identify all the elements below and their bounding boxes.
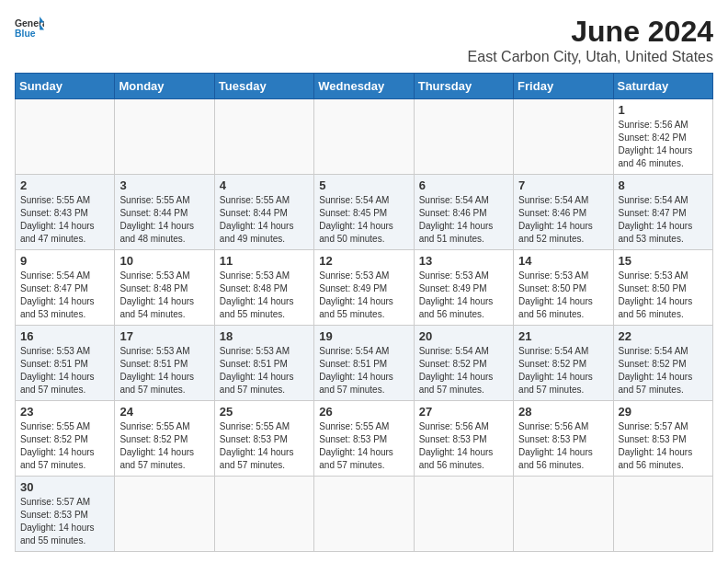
calendar-day-cell (214, 99, 313, 175)
day-number: 21 (518, 329, 608, 343)
calendar-day-cell: 13Sunrise: 5:53 AM Sunset: 8:49 PM Dayli… (414, 250, 513, 326)
day-info: Sunrise: 5:54 AM Sunset: 8:52 PM Dayligh… (419, 345, 508, 396)
day-number: 3 (119, 178, 209, 192)
day-number: 6 (419, 178, 508, 192)
day-info: Sunrise: 5:53 AM Sunset: 8:51 PM Dayligh… (220, 345, 309, 396)
day-number: 24 (119, 405, 209, 419)
day-info: Sunrise: 5:54 AM Sunset: 8:47 PM Dayligh… (619, 194, 708, 246)
day-number: 4 (220, 178, 309, 192)
day-number: 8 (619, 178, 708, 192)
day-info: Sunrise: 5:56 AM Sunset: 8:42 PM Dayligh… (619, 119, 708, 170)
calendar-day-cell: 9Sunrise: 5:54 AM Sunset: 8:47 PM Daylig… (16, 250, 115, 326)
calendar-day-cell: 30Sunrise: 5:57 AM Sunset: 8:53 PM Dayli… (16, 477, 115, 552)
day-info: Sunrise: 5:54 AM Sunset: 8:51 PM Dayligh… (319, 345, 408, 396)
calendar-week-row: 2Sunrise: 5:55 AM Sunset: 8:43 PM Daylig… (16, 175, 713, 250)
day-number: 18 (220, 329, 309, 343)
weekday-header-sunday: Sunday (16, 74, 115, 99)
day-info: Sunrise: 5:54 AM Sunset: 8:46 PM Dayligh… (518, 194, 608, 246)
calendar-day-cell: 11Sunrise: 5:53 AM Sunset: 8:48 PM Dayli… (214, 250, 313, 326)
day-info: Sunrise: 5:54 AM Sunset: 8:52 PM Dayligh… (518, 345, 608, 396)
day-number: 22 (619, 329, 708, 343)
day-number: 28 (518, 405, 608, 419)
calendar-day-cell: 27Sunrise: 5:56 AM Sunset: 8:53 PM Dayli… (414, 401, 513, 477)
calendar-day-cell: 10Sunrise: 5:53 AM Sunset: 8:48 PM Dayli… (115, 250, 214, 326)
calendar-day-cell: 19Sunrise: 5:54 AM Sunset: 8:51 PM Dayli… (314, 326, 414, 401)
day-number: 16 (20, 329, 109, 343)
logo: General Blue (15, 15, 44, 40)
calendar-day-cell (514, 99, 613, 175)
day-info: Sunrise: 5:57 AM Sunset: 8:53 PM Dayligh… (619, 420, 708, 472)
day-info: Sunrise: 5:53 AM Sunset: 8:49 PM Dayligh… (419, 270, 508, 321)
svg-text:Blue: Blue (15, 29, 36, 39)
day-number: 10 (119, 254, 209, 268)
weekday-header-thursday: Thursday (414, 74, 513, 99)
day-number: 9 (20, 254, 109, 268)
day-info: Sunrise: 5:53 AM Sunset: 8:48 PM Dayligh… (119, 270, 209, 321)
calendar-day-cell: 14Sunrise: 5:53 AM Sunset: 8:50 PM Dayli… (514, 250, 613, 326)
location-title: East Carbon City, Utah, United States (468, 49, 713, 65)
day-info: Sunrise: 5:53 AM Sunset: 8:50 PM Dayligh… (518, 270, 608, 321)
day-number: 1 (619, 103, 708, 117)
weekday-header-wednesday: Wednesday (314, 74, 414, 99)
day-number: 26 (319, 405, 408, 419)
calendar-day-cell: 28Sunrise: 5:56 AM Sunset: 8:53 PM Dayli… (514, 401, 613, 477)
day-info: Sunrise: 5:53 AM Sunset: 8:50 PM Dayligh… (619, 270, 708, 321)
day-info: Sunrise: 5:55 AM Sunset: 8:53 PM Dayligh… (319, 420, 408, 472)
day-info: Sunrise: 5:55 AM Sunset: 8:53 PM Dayligh… (220, 420, 309, 472)
calendar-day-cell (414, 99, 513, 175)
calendar-day-cell (613, 477, 712, 552)
generalblue-logo-icon: General Blue (15, 15, 44, 40)
weekday-header-saturday: Saturday (613, 74, 712, 99)
calendar-day-cell (115, 477, 214, 552)
day-number: 30 (20, 480, 109, 494)
day-number: 13 (419, 254, 508, 268)
day-number: 19 (319, 329, 408, 343)
calendar-week-row: 23Sunrise: 5:55 AM Sunset: 8:52 PM Dayli… (16, 401, 713, 477)
day-info: Sunrise: 5:54 AM Sunset: 8:45 PM Dayligh… (319, 194, 408, 246)
calendar-day-cell (115, 99, 214, 175)
calendar-day-cell: 20Sunrise: 5:54 AM Sunset: 8:52 PM Dayli… (414, 326, 513, 401)
day-info: Sunrise: 5:55 AM Sunset: 8:52 PM Dayligh… (20, 420, 109, 472)
day-info: Sunrise: 5:55 AM Sunset: 8:44 PM Dayligh… (119, 194, 209, 246)
calendar-table: SundayMondayTuesdayWednesdayThursdayFrid… (15, 73, 713, 552)
calendar-day-cell: 6Sunrise: 5:54 AM Sunset: 8:46 PM Daylig… (414, 175, 513, 250)
day-number: 23 (20, 405, 109, 419)
weekday-header-friday: Friday (514, 74, 613, 99)
calendar-day-cell: 12Sunrise: 5:53 AM Sunset: 8:49 PM Dayli… (314, 250, 414, 326)
title-area: June 2024 East Carbon City, Utah, United… (468, 15, 713, 65)
day-info: Sunrise: 5:57 AM Sunset: 8:53 PM Dayligh… (20, 496, 109, 547)
calendar-week-row: 1Sunrise: 5:56 AM Sunset: 8:42 PM Daylig… (16, 99, 713, 175)
calendar-day-cell: 17Sunrise: 5:53 AM Sunset: 8:51 PM Dayli… (115, 326, 214, 401)
calendar-day-cell (414, 477, 513, 552)
day-number: 12 (319, 254, 408, 268)
calendar-week-row: 16Sunrise: 5:53 AM Sunset: 8:51 PM Dayli… (16, 326, 713, 401)
calendar-day-cell: 3Sunrise: 5:55 AM Sunset: 8:44 PM Daylig… (115, 175, 214, 250)
day-number: 5 (319, 178, 408, 192)
calendar-week-row: 30Sunrise: 5:57 AM Sunset: 8:53 PM Dayli… (16, 477, 713, 552)
day-info: Sunrise: 5:53 AM Sunset: 8:51 PM Dayligh… (119, 345, 209, 396)
day-number: 27 (419, 405, 508, 419)
day-number: 25 (220, 405, 309, 419)
calendar-day-cell: 5Sunrise: 5:54 AM Sunset: 8:45 PM Daylig… (314, 175, 414, 250)
day-number: 2 (20, 178, 109, 192)
day-info: Sunrise: 5:54 AM Sunset: 8:47 PM Dayligh… (20, 270, 109, 321)
weekday-header-tuesday: Tuesday (214, 74, 313, 99)
day-info: Sunrise: 5:56 AM Sunset: 8:53 PM Dayligh… (419, 420, 508, 472)
calendar-day-cell (214, 477, 313, 552)
weekday-header-row: SundayMondayTuesdayWednesdayThursdayFrid… (16, 74, 713, 99)
day-number: 29 (619, 405, 708, 419)
day-number: 11 (220, 254, 309, 268)
day-number: 17 (119, 329, 209, 343)
day-info: Sunrise: 5:55 AM Sunset: 8:43 PM Dayligh… (20, 194, 109, 246)
day-info: Sunrise: 5:55 AM Sunset: 8:44 PM Dayligh… (220, 194, 309, 246)
calendar-day-cell: 23Sunrise: 5:55 AM Sunset: 8:52 PM Dayli… (16, 401, 115, 477)
day-info: Sunrise: 5:53 AM Sunset: 8:48 PM Dayligh… (220, 270, 309, 321)
calendar-day-cell (514, 477, 613, 552)
day-number: 20 (419, 329, 508, 343)
day-info: Sunrise: 5:55 AM Sunset: 8:52 PM Dayligh… (119, 420, 209, 472)
calendar-week-row: 9Sunrise: 5:54 AM Sunset: 8:47 PM Daylig… (16, 250, 713, 326)
calendar-day-cell: 16Sunrise: 5:53 AM Sunset: 8:51 PM Dayli… (16, 326, 115, 401)
calendar-day-cell: 29Sunrise: 5:57 AM Sunset: 8:53 PM Dayli… (613, 401, 712, 477)
calendar-day-cell: 4Sunrise: 5:55 AM Sunset: 8:44 PM Daylig… (214, 175, 313, 250)
day-info: Sunrise: 5:53 AM Sunset: 8:51 PM Dayligh… (20, 345, 109, 396)
